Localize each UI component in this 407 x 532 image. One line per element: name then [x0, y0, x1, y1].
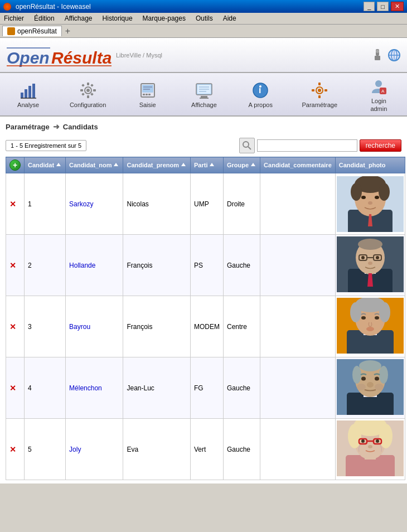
svg-marker-56 — [114, 163, 118, 166]
delete-button-2[interactable]: ✕ — [9, 261, 16, 270]
svg-rect-37 — [200, 98, 209, 99]
toolbar-analyse[interactable]: Analyse — [9, 79, 48, 109]
menu-affichage[interactable]: Affichage — [63, 14, 94, 23]
svg-point-92 — [361, 316, 366, 320]
svg-rect-31 — [148, 94, 151, 95]
groupe-cell-4: Gauche — [223, 357, 260, 419]
svg-rect-22 — [93, 89, 96, 91]
svg-point-105 — [361, 377, 366, 381]
menu-historique[interactable]: Historique — [101, 14, 134, 23]
groupe-cell-1: Droite — [223, 173, 260, 235]
menu-aide[interactable]: Aide — [221, 14, 238, 23]
parti-cell-2: PS — [190, 235, 223, 296]
logo-svg: Open Résultat — [6, 42, 112, 67]
app-icon — [3, 3, 11, 11]
col-header-prenom: Candidat_prenom — [123, 157, 191, 173]
svg-point-45 — [318, 89, 321, 92]
parti-cell-5: Vert — [190, 419, 223, 480]
svg-rect-12 — [21, 93, 23, 98]
col-header-parti: Parti — [190, 157, 223, 173]
svg-point-66 — [379, 183, 390, 201]
sort-groupe-icon[interactable] — [250, 162, 256, 168]
menu-marquepages[interactable]: Marque-pages — [141, 14, 187, 23]
svg-rect-30 — [146, 94, 148, 95]
nom-cell-4[interactable]: Mélenchon — [66, 357, 123, 419]
nom-cell-5[interactable]: Joly — [66, 419, 123, 480]
saisie-label: Saisie — [139, 101, 156, 108]
titlebar: openRésultat - Iceweasel _ □ ✕ — [0, 0, 407, 13]
col-header-photo: Candidat_photo — [335, 157, 405, 173]
svg-point-11 — [389, 50, 400, 61]
parametrage-label: Paramétrage — [302, 101, 337, 108]
id-cell-5: 5 — [25, 419, 66, 480]
close-button[interactable]: ✕ — [391, 2, 404, 11]
svg-rect-47 — [318, 95, 321, 98]
photo-cell-5 — [335, 419, 405, 480]
col-header-commentaire: Candidat_commentaire — [260, 157, 336, 173]
sort-prenom-icon[interactable] — [180, 162, 187, 168]
svg-point-67 — [361, 196, 366, 199]
prenom-cell-4: Jean-Luc — [123, 357, 191, 419]
browser-tab[interactable]: openRésultat — [2, 26, 62, 36]
svg-point-120 — [368, 445, 372, 448]
search-input[interactable] — [257, 139, 357, 152]
sort-icon[interactable] — [55, 162, 62, 168]
maximize-button[interactable]: □ — [377, 2, 389, 11]
svg-point-100 — [359, 360, 381, 371]
minimize-button[interactable]: _ — [364, 2, 375, 11]
login-sublabel: admin — [370, 105, 387, 112]
toolbar-saisie[interactable]: Saisie — [128, 79, 167, 109]
svg-rect-49 — [324, 89, 327, 91]
toolbar-login[interactable]: A Login admin — [359, 75, 398, 113]
photo-sarkozy — [337, 176, 404, 232]
page-content: Paramétrage ➜ Candidats 1 - 5 Enregistre… — [0, 117, 407, 483]
menu-edition[interactable]: Édition — [32, 14, 56, 23]
delete-button-5[interactable]: ✕ — [9, 445, 16, 454]
login-label: Login — [371, 98, 386, 104]
nom-cell-2[interactable]: Hollande — [66, 235, 123, 296]
delete-button-3[interactable]: ✕ — [9, 322, 16, 331]
svg-point-65 — [351, 183, 362, 201]
commentaire-cell-4 — [260, 357, 336, 419]
svg-rect-21 — [80, 89, 83, 91]
nom-cell-1[interactable]: Sarkozy — [66, 173, 123, 235]
svg-marker-58 — [210, 163, 214, 166]
svg-point-90 — [350, 302, 361, 322]
menubar: Fichier Édition Affichage Historique Mar… — [0, 13, 407, 25]
parti-cell-4: FG — [190, 357, 223, 419]
toolbar-apropos[interactable]: i A propos — [241, 79, 280, 109]
col-header-nom: Candidat_nom — [66, 157, 123, 173]
app-subtitle: LibreVille / Mysql — [116, 52, 162, 59]
menu-outils[interactable]: Outils — [194, 14, 215, 23]
delete-button-1[interactable]: ✕ — [9, 200, 16, 209]
svg-rect-5 — [375, 56, 380, 60]
prenom-cell-3: François — [123, 296, 191, 357]
add-candidate-button[interactable]: + — [9, 159, 21, 171]
table-row: ✕ 2 Hollande François PS Gauche — [6, 235, 405, 296]
globe-icon[interactable] — [387, 48, 401, 62]
delete-cell-3: ✕ — [6, 296, 25, 357]
groupe-cell-2: Gauche — [223, 235, 260, 296]
toolbar: Analyse Configuration — [0, 73, 407, 117]
new-tab-button[interactable]: + — [65, 26, 70, 36]
sort-parti-icon[interactable] — [209, 162, 215, 168]
login-icon: A — [369, 76, 389, 96]
settings-icon[interactable] — [370, 48, 385, 62]
nom-cell-3[interactable]: Bayrou — [66, 296, 123, 357]
photo-melenchon — [337, 359, 404, 417]
search-button[interactable]: recherche — [360, 139, 401, 152]
table-row: ✕ 4 Mélenchon Jean-Luc FG Gauche — [6, 357, 405, 419]
delete-cell-5: ✕ — [6, 419, 25, 480]
svg-text:Résultat: Résultat — [51, 49, 112, 67]
sort-nom-icon[interactable] — [113, 162, 119, 168]
svg-point-104 — [375, 384, 384, 390]
menu-fichier[interactable]: Fichier — [2, 14, 26, 23]
affichage-icon — [194, 80, 214, 100]
toolbar-affichage[interactable]: Affichage — [185, 79, 224, 109]
prenom-cell-5: Eva — [123, 419, 191, 480]
toolbar-configuration[interactable]: Configuration — [65, 79, 110, 109]
prenom-cell-1: Nicolas — [123, 173, 191, 235]
delete-button-4[interactable]: ✕ — [9, 384, 16, 393]
toolbar-parametrage[interactable]: Paramétrage — [297, 79, 342, 109]
search-icon-box — [239, 138, 255, 153]
